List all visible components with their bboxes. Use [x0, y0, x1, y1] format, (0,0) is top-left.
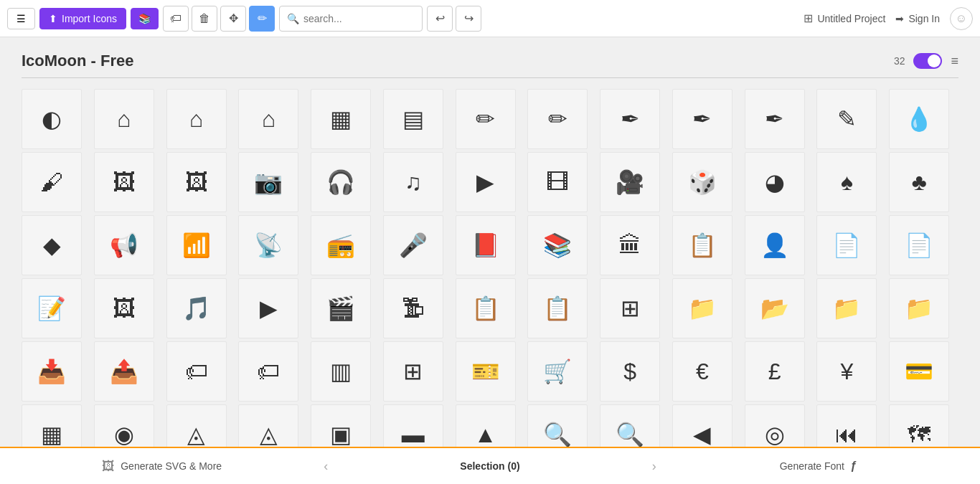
- upload-icon: ⬆: [49, 13, 57, 24]
- book-icon: 📚: [138, 13, 151, 24]
- opera-icon[interactable]: ◐: [22, 89, 82, 149]
- quill-icon[interactable]: ✒: [600, 89, 660, 149]
- library-icon[interactable]: 🏛: [600, 215, 660, 275]
- library-button[interactable]: 📚: [131, 8, 159, 29]
- euro-icon[interactable]: €: [672, 341, 732, 402]
- dice-icon[interactable]: 🎲: [672, 152, 732, 212]
- stack-icon[interactable]: ⊞: [600, 278, 660, 338]
- pen-icon[interactable]: ✒: [672, 89, 732, 149]
- home2-icon[interactable]: ⌂: [166, 89, 227, 149]
- move-button[interactable]: ✥: [220, 6, 246, 32]
- wifi-icon[interactable]: 📶: [166, 215, 227, 275]
- file-text-icon[interactable]: 📋: [672, 215, 732, 275]
- pacman-icon[interactable]: ◕: [745, 152, 805, 212]
- books-icon[interactable]: 📚: [527, 215, 588, 275]
- home-icon[interactable]: ⌂: [94, 89, 154, 149]
- file-text2-icon[interactable]: 📝: [22, 278, 82, 338]
- music-icon[interactable]: ♫: [383, 152, 443, 212]
- cart-icon[interactable]: 🛒: [527, 341, 588, 402]
- barcode-icon[interactable]: ▥: [311, 341, 371, 402]
- image-icon: 🖼: [102, 459, 115, 474]
- search-box: 🔍: [279, 6, 423, 32]
- project-name-section: ⊞ Untitled Project: [804, 11, 885, 25]
- search-input[interactable]: [303, 13, 415, 24]
- project-name-label: Untitled Project: [817, 13, 885, 24]
- qrcode-icon[interactable]: ⊞: [383, 341, 443, 402]
- price-tag-icon[interactable]: 🏷: [166, 341, 227, 402]
- search-icon: 🔍: [287, 13, 299, 24]
- newspaper-icon[interactable]: ▤: [383, 89, 443, 149]
- font-icon: ƒ: [850, 460, 857, 473]
- file-video-icon[interactable]: 🎬: [311, 278, 371, 338]
- tag-button[interactable]: 🏷: [163, 6, 189, 32]
- camera-icon[interactable]: 📷: [238, 152, 298, 212]
- file-play-icon[interactable]: ▶: [238, 278, 298, 338]
- nav-buttons: ↩ ↪: [427, 6, 481, 32]
- file-zip-icon[interactable]: 🗜: [383, 278, 443, 338]
- pencil2-icon[interactable]: ✏: [527, 89, 588, 149]
- undo-button[interactable]: ↩: [427, 6, 453, 32]
- droplet-icon[interactable]: 💧: [889, 89, 949, 149]
- folder-open-icon[interactable]: 📂: [745, 278, 805, 338]
- user-avatar[interactable]: ☺: [950, 7, 973, 30]
- dollar-icon[interactable]: $: [600, 341, 660, 402]
- ticket-icon[interactable]: 🎫: [456, 341, 516, 402]
- image-icon[interactable]: 🖼: [94, 152, 154, 212]
- generate-font-section[interactable]: Generate Font ƒ: [656, 460, 980, 473]
- credit-card-icon[interactable]: 💳: [889, 341, 949, 402]
- copy-icon[interactable]: 📋: [456, 278, 516, 338]
- toggle-switch[interactable]: [913, 53, 942, 69]
- folder-minus-icon[interactable]: 📁: [889, 278, 949, 338]
- main-content: IcoMoon - Free 32 ≡ ◐⌂⌂⌂▦▤✏✏✒✒✒✎💧🖌🖼🖼📷🎧♫▶…: [0, 37, 980, 479]
- pound-icon[interactable]: £: [745, 341, 805, 402]
- paste-icon[interactable]: 📋: [527, 278, 588, 338]
- generate-font-label: Generate Font: [780, 460, 844, 472]
- file-picture-icon[interactable]: 🖼: [94, 278, 154, 338]
- file-music-icon[interactable]: 🎵: [166, 278, 227, 338]
- iconset-title: IcoMoon - Free: [22, 52, 894, 70]
- radio-icon[interactable]: 📻: [311, 215, 371, 275]
- file2-icon[interactable]: 📄: [889, 215, 949, 275]
- images-icon[interactable]: 🖼: [166, 152, 227, 212]
- folder-download-icon[interactable]: 📥: [22, 341, 82, 402]
- menu-button[interactable]: ☰: [7, 8, 35, 29]
- office-icon[interactable]: ▦: [311, 89, 371, 149]
- selection-section[interactable]: Selection (0): [328, 460, 651, 472]
- file-icon[interactable]: 📄: [816, 215, 877, 275]
- bullhorn-icon[interactable]: 📢: [94, 215, 154, 275]
- import-icons-button[interactable]: ⬆ Import Icons: [39, 8, 126, 29]
- pencil-icon[interactable]: ✏: [456, 89, 516, 149]
- list-view-icon[interactable]: ≡: [951, 54, 958, 69]
- folder-plus-icon[interactable]: 📁: [816, 278, 877, 338]
- yen-icon[interactable]: ¥: [816, 341, 877, 402]
- toolbar: ☰ ⬆ Import Icons 📚 🏷 🗑 ✥ ✏ 🔍 ↩ ↪ ⊞ Untit…: [0, 0, 980, 37]
- blog-icon[interactable]: ✒: [745, 89, 805, 149]
- play-icon[interactable]: ▶: [456, 152, 516, 212]
- book-icon[interactable]: 📕: [456, 215, 516, 275]
- folder-icon[interactable]: 📁: [672, 278, 732, 338]
- diamond-icon[interactable]: ◆: [22, 215, 82, 275]
- action-buttons: 🏷 🗑 ✥ ✏: [163, 6, 275, 32]
- podcast-icon[interactable]: 📡: [238, 215, 298, 275]
- signin-button[interactable]: ➡ Sign In: [890, 10, 946, 27]
- home3-icon[interactable]: ⌂: [238, 89, 298, 149]
- mic-icon[interactable]: 🎤: [383, 215, 443, 275]
- folder-upload-icon[interactable]: 📤: [94, 341, 154, 402]
- film-icon[interactable]: 🎞: [527, 152, 588, 212]
- edit-button[interactable]: ✏: [249, 6, 275, 32]
- redo-button[interactable]: ↪: [456, 6, 481, 32]
- profile-icon[interactable]: 👤: [745, 215, 805, 275]
- redo-icon: ↪: [464, 11, 473, 25]
- spades-icon[interactable]: ♠: [816, 152, 877, 212]
- paint-format-icon[interactable]: 🖌: [22, 152, 82, 212]
- eyedropper-icon[interactable]: ✎: [816, 89, 877, 149]
- generate-svg-section[interactable]: 🖼 Generate SVG & More: [0, 459, 324, 474]
- delete-button[interactable]: 🗑: [192, 6, 217, 32]
- generate-svg-label: Generate SVG & More: [121, 460, 222, 472]
- video-camera-icon[interactable]: 🎥: [600, 152, 660, 212]
- price-tags-icon[interactable]: 🏷: [238, 341, 298, 402]
- iconset-count: 32: [894, 55, 905, 67]
- headphones-icon[interactable]: 🎧: [311, 152, 371, 212]
- avatar-icon: ☺: [956, 12, 967, 25]
- clubs-icon[interactable]: ♣: [889, 152, 949, 212]
